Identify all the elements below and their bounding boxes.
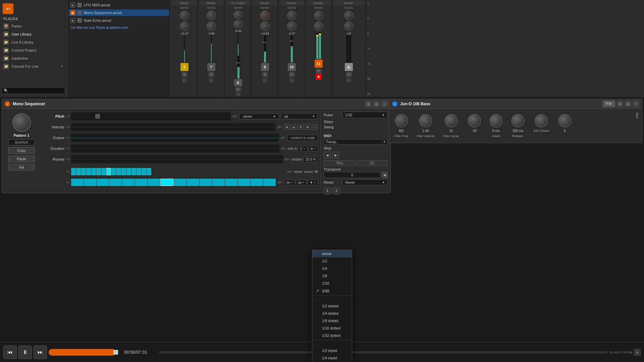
section4-knob[interactable] xyxy=(468,114,481,127)
jun-o-btn-settings[interactable]: ⚙ xyxy=(616,101,623,107)
step-14[interactable] xyxy=(137,168,141,175)
chmaster-s-btn[interactable]: S xyxy=(346,72,352,77)
ch10-send-a-knob[interactable] xyxy=(287,11,297,20)
ch7-send-a-knob[interactable] xyxy=(207,11,216,20)
ch8-send-b-knob[interactable] xyxy=(233,20,243,28)
cc-btn[interactable]: CC xyxy=(356,160,388,166)
step2-13[interactable] xyxy=(225,179,237,186)
step-arr-left[interactable]: ◄ xyxy=(284,124,290,130)
thru-btn[interactable]: Thru xyxy=(324,160,355,166)
nav-right-btn[interactable]: ► xyxy=(332,152,339,159)
step2-9[interactable] xyxy=(174,179,186,186)
step-2[interactable] xyxy=(76,168,81,175)
ch11-s-btn[interactable]: S xyxy=(316,69,322,73)
ch11-rec-btn[interactable]: ⏺ xyxy=(316,74,322,80)
filter-vel-knob[interactable] xyxy=(419,114,432,127)
step-5[interactable] xyxy=(91,168,96,175)
section8-knob[interactable] xyxy=(558,114,572,127)
jun-o-btn-close[interactable]: × xyxy=(633,101,639,107)
step2-1[interactable] xyxy=(71,179,84,186)
file-item-lfo[interactable]: ▶ 🎵 LFO MIDI.amxd xyxy=(69,2,169,8)
step2-10[interactable] xyxy=(187,179,199,186)
paste-button[interactable]: Paste xyxy=(8,156,35,162)
up-dropdown[interactable]: up▼ xyxy=(281,113,318,119)
sidebar-item-packs[interactable]: 📦 Packs xyxy=(0,22,67,30)
step2-3[interactable] xyxy=(97,179,109,186)
step2-5[interactable] xyxy=(122,179,135,186)
transport-next-btn[interactable]: ⏭ xyxy=(34,346,47,359)
ch8-headphones[interactable]: 🎧 xyxy=(235,92,241,97)
file-item-mono-seq[interactable]: ▶ 🎵 Mono Sequencer.amxd xyxy=(69,9,169,16)
step-6[interactable] xyxy=(96,168,101,175)
transpose-btn[interactable]: ◄ xyxy=(382,172,388,178)
pulse-menu-half-dot[interactable]: 1/2 dotted xyxy=(312,302,352,310)
pulse-menu-half[interactable]: 1/2 xyxy=(312,257,352,265)
step2-12[interactable] xyxy=(212,179,225,186)
step-16[interactable] xyxy=(147,168,151,175)
velocity-bar[interactable] xyxy=(71,123,275,131)
transport-menu-btn[interactable]: ≡ xyxy=(634,349,641,356)
step-3[interactable] xyxy=(81,168,86,175)
init-button[interactable]: Init xyxy=(8,164,35,171)
step-4[interactable] xyxy=(86,168,91,175)
mode-dropdown[interactable]: ▼ xyxy=(308,180,318,185)
pulse-menu-32nd[interactable]: ✓ 1/32 xyxy=(312,287,352,295)
ch7-headphones[interactable]: 🎧 xyxy=(208,77,214,83)
release-knob[interactable] xyxy=(511,114,525,127)
transpose-value[interactable]: 0 xyxy=(324,172,381,178)
back-button[interactable]: ↩ xyxy=(3,3,13,14)
step-13[interactable] xyxy=(131,168,136,175)
octave-bar[interactable] xyxy=(71,134,279,142)
nav-left-btn[interactable]: ◄ xyxy=(324,152,331,159)
ch9-send-a-knob[interactable] xyxy=(260,11,270,20)
pulse-menu-32nd-dot[interactable]: 1/32 dotted xyxy=(312,332,352,339)
transport-prev-btn[interactable]: ⏮ xyxy=(3,346,17,359)
step-12[interactable] xyxy=(126,168,131,175)
transport-pause-btn[interactable]: ⏸ xyxy=(18,346,32,359)
step-arr-right[interactable]: ► xyxy=(305,124,311,130)
duration-bar[interactable] xyxy=(71,144,279,153)
play-lfo-btn[interactable]: ▶ xyxy=(70,3,75,7)
repeat-bar[interactable] xyxy=(71,155,282,163)
ch10-s-btn[interactable]: S xyxy=(289,72,295,77)
sidebar-item-live-library[interactable]: 📂 Live 8 Library xyxy=(0,38,67,46)
plugin-btn-close[interactable]: × xyxy=(381,101,388,107)
pulse-menu-half-trip[interactable]: 1/2 triplet xyxy=(312,347,352,354)
conform-btn[interactable]: conform to scale xyxy=(287,135,318,141)
transport-thumb[interactable] xyxy=(111,347,120,357)
step2-8-active[interactable] xyxy=(160,179,173,186)
get-packs-link[interactable]: Max for Live Packs at ableton.com xyxy=(77,26,128,29)
step2-2[interactable] xyxy=(84,179,96,186)
step-9[interactable] xyxy=(111,168,116,175)
step-arr-minus[interactable]: − xyxy=(312,124,318,130)
attack-knob[interactable] xyxy=(489,114,503,127)
ch11-send-b-knob[interactable] xyxy=(314,21,323,31)
file-item-note-echo[interactable]: ▶ 🎵 Note Echo.amxd xyxy=(69,17,169,24)
filter-freq-knob[interactable] xyxy=(395,114,408,127)
ch9-headphones[interactable]: 🎧 xyxy=(262,77,268,83)
chmaster-send-a-knob[interactable] xyxy=(344,11,354,20)
ch9-s-btn[interactable]: S xyxy=(262,72,268,77)
pattern-knob[interactable] xyxy=(12,113,31,132)
pulse-menu-whole[interactable]: whole xyxy=(312,250,352,257)
ch1-send-a-knob[interactable] xyxy=(180,11,189,20)
ch10-headphones[interactable]: 🎧 xyxy=(289,77,295,83)
ch9-send-b-knob[interactable] xyxy=(260,21,270,31)
pulse-dropdown[interactable]: 1/32 ▼ xyxy=(342,112,388,118)
step-arr-up[interactable]: ▲ xyxy=(291,124,297,130)
step2-6[interactable] xyxy=(135,179,147,186)
ne-dropdown[interactable]: ne xyxy=(284,180,295,185)
edit-mode-dropdown[interactable]: io xyxy=(308,146,318,152)
step2-14[interactable] xyxy=(238,179,250,186)
pulse-menu-eighth-dot[interactable]: 1/8 dotted xyxy=(312,317,352,324)
step-11[interactable] xyxy=(121,168,126,175)
pulse-menu-quarter-trip[interactable]: 1/4 triplet xyxy=(312,354,352,362)
pitch-bar[interactable] xyxy=(71,112,230,120)
reset-never-dropdown[interactable]: Never▼ xyxy=(342,179,388,185)
sidebar-item-current-project[interactable]: 📁 Current Project xyxy=(0,46,67,54)
ch1-send-b-knob[interactable] xyxy=(180,21,189,31)
ch11-send-a-knob[interactable] xyxy=(314,11,323,20)
ch8-s-btn[interactable]: S xyxy=(235,87,241,91)
ch8-send-a-knob[interactable] xyxy=(233,11,243,19)
random-pct[interactable]: 25.0 % xyxy=(304,157,318,162)
